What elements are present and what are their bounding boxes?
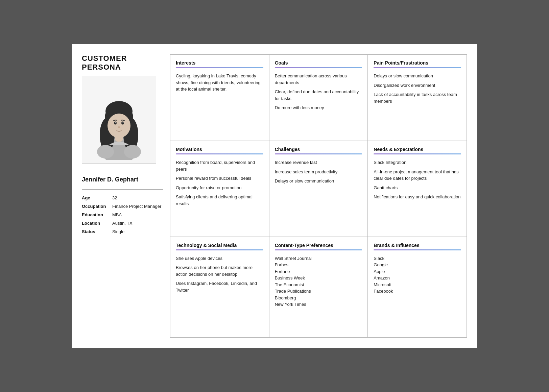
list-item: Uses Instagram, Facebook, Linkedin, and … [176,280,263,293]
card-interests: InterestsCycling, kayaking in Lake Travi… [170,54,269,141]
svg-point-7 [108,114,130,138]
status-value: Single [112,227,163,236]
card-underline-motivations [176,153,263,154]
card-technology: Technology & Social MediaShe uses Apple … [170,237,269,338]
svg-point-13 [97,145,114,158]
education-label: Education [82,211,112,219]
age-value: 32 [112,194,163,202]
occupation-row: Occupation Finance Project Manager [82,202,163,211]
card-content-challenges: Increase revenue fastIncrease sales team… [275,159,362,185]
list-item: Do more with less money [275,104,362,111]
status-label: Status [82,227,112,236]
card-content-goals: Better communication across various depa… [275,73,362,111]
card-title-brands: Brands & Influences [374,243,461,248]
card-header-content-preferences: Content-Type Preferences [275,243,362,250]
list-item: All-in-one project management tool that … [374,169,461,182]
card-content-pain-points: Delays or slow communicationDisorganized… [374,73,461,104]
list-item: Cycling, kayaking in Lake Travis, comedy… [176,73,263,93]
card-brands: Brands & InfluencesSlack Google Apple Am… [368,237,467,338]
info-divider [82,189,163,190]
avatar [85,79,153,160]
list-item: Browses on her phone but makes more acti… [176,264,263,277]
card-content-technology: She uses Apple devicesBrowses on her pho… [176,255,263,294]
info-table: Age 32 Occupation Finance Project Manage… [82,194,163,236]
card-underline-interests [176,67,263,68]
list-item: Lack of accountability in tasks across t… [374,91,461,104]
list-item: Increase revenue fast [275,159,362,166]
svg-point-11 [123,122,124,123]
list-item: Better communication across various depa… [275,73,362,86]
card-header-motivations: Motivations [176,147,263,154]
card-title-pain-points: Pain Points/Frustrations [374,60,461,66]
card-title-needs: Needs & Expectations [374,147,461,152]
card-goals: GoalsBetter communication across various… [269,54,368,141]
occupation-value: Finance Project Manager [112,202,163,211]
card-motivations: MotivationsRecognition from board, super… [170,141,269,237]
age-label: Age [82,194,112,202]
card-underline-challenges [275,153,362,154]
list-item: Disorganized work environment [374,82,461,89]
svg-point-10 [115,122,116,123]
card-content-interests: Cycling, kayaking in Lake Travis, comedy… [176,73,263,93]
card-underline-needs [374,153,461,154]
cards-grid: InterestsCycling, kayaking in Lake Travi… [170,54,467,338]
card-challenges: ChallengesIncrease revenue fastIncrease … [269,141,368,237]
card-header-needs: Needs & Expectations [374,147,461,154]
card-content-brands: Slack Google Apple Amazon Microsoft Face… [374,255,461,295]
list-item: Satisfying clients and delivering optima… [176,194,263,207]
card-header-pain-points: Pain Points/Frustrations [374,60,461,68]
card-title-content-preferences: Content-Type Preferences [275,243,362,248]
card-content-motivations: Recognition from board, supervisors and … [176,159,263,207]
list-item: Slack Integration [374,159,461,166]
location-label: Location [82,219,112,227]
list-item: Delays or slow communication [275,178,362,185]
list-item: Gantt charts [374,185,461,191]
card-title-motivations: Motivations [176,147,263,152]
page-title: CUSTOMER PERSONA [82,54,163,72]
svg-point-14 [124,145,141,158]
card-underline-pain-points [374,67,461,68]
list-item: Slack Google Apple Amazon Microsoft Face… [374,255,461,295]
list-item: She uses Apple devices [176,255,263,262]
card-pain-points: Pain Points/FrustrationsDelays or slow c… [368,54,467,141]
card-title-goals: Goals [275,60,362,66]
card-title-technology: Technology & Social Media [176,243,263,248]
card-header-interests: Interests [176,60,263,68]
name-divider [82,172,163,172]
education-row: Education MBA [82,211,163,219]
list-item: Opportunity for raise or promotion [176,185,263,191]
list-item: Recognition from board, supervisors and … [176,159,263,172]
avatar-box [82,76,156,164]
occupation-label: Occupation [82,202,112,211]
card-underline-technology [176,249,263,250]
svg-point-12 [118,126,120,128]
status-row: Status Single [82,227,163,236]
list-item: Delays or slow communication [374,73,461,79]
card-content-preferences: Content-Type PreferencesWall Street Jour… [269,237,368,338]
card-header-goals: Goals [275,60,362,68]
list-item: Notifications for easy and quick collabo… [374,194,461,200]
list-item: Wall Street Journal Forbes Fortune Busin… [275,255,362,308]
card-title-interests: Interests [176,60,263,66]
location-value: Austin, TX [112,219,163,227]
person-name: Jennifer D. Gephart [82,176,163,183]
location-row: Location Austin, TX [82,219,163,227]
card-content-content-preferences: Wall Street Journal Forbes Fortune Busin… [275,255,362,308]
education-value: MBA [112,211,163,219]
card-underline-content-preferences [275,249,362,250]
card-header-technology: Technology & Social Media [176,243,263,250]
card-underline-brands [374,249,461,250]
list-item: Increase sales team productivity [275,169,362,175]
list-item: Personal reward from successful deals [176,175,263,182]
card-title-challenges: Challenges [275,147,362,152]
left-column: CUSTOMER PERSONA [82,54,163,338]
card-underline-goals [275,67,362,68]
card-header-brands: Brands & Influences [374,243,461,250]
card-content-needs: Slack IntegrationAll-in-one project mana… [374,159,461,200]
customer-persona-page: CUSTOMER PERSONA [72,44,477,348]
list-item: Clear, defined due dates and accountabil… [275,89,362,102]
age-row: Age 32 [82,194,163,202]
card-header-challenges: Challenges [275,147,362,154]
card-needs: Needs & ExpectationsSlack IntegrationAll… [368,141,467,237]
